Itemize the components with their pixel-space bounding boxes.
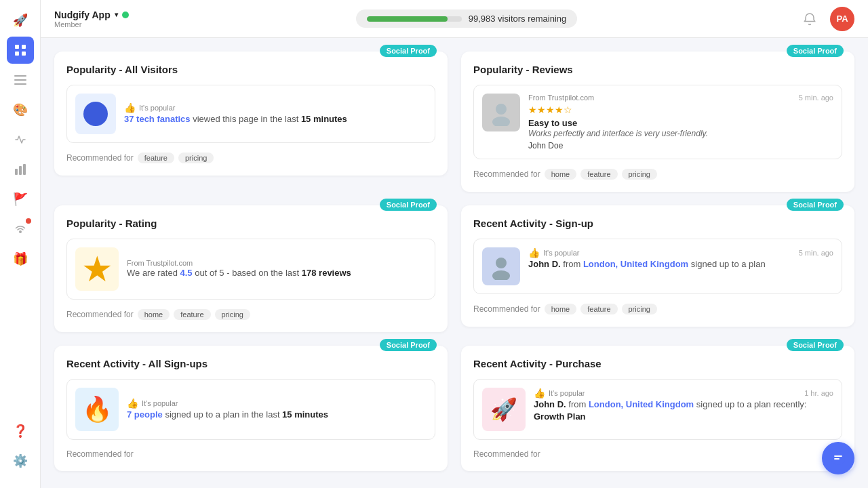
svg-rect-0 [15, 45, 19, 49]
sidebar-item-settings[interactable]: ⚙️ [7, 447, 34, 474]
thumb-up-icon-signup: 👍 [528, 247, 540, 258]
svg-rect-7 [15, 169, 18, 175]
signup-time-period: 15 minutes [282, 409, 328, 420]
blue-dot-icon [83, 102, 108, 126]
sidebar-item-chart[interactable] [7, 156, 34, 183]
rec-label-signup: Recommended for [473, 304, 540, 314]
progress-track [367, 16, 462, 22]
signup-person-avatar [482, 247, 520, 285]
recommended-row-reviews: Recommended for home feature pricing [473, 169, 842, 180]
purchase-notif-text: John D. from London, United Kingdom sign… [534, 399, 833, 423]
progress-fill [367, 16, 448, 22]
svg-rect-3 [22, 52, 26, 56]
visitor-count: 37 tech fanatics [124, 114, 191, 124]
app-name-row[interactable]: Nudgify App ▾ [54, 9, 136, 20]
sidebar-item-palette[interactable]: 🎨 [7, 96, 34, 123]
signup-text-plain: signed up to a plan in the last [165, 409, 282, 420]
tag-home-r: home [138, 309, 170, 320]
visitor-text-plain: viewed this page in the last [193, 114, 301, 124]
visitor-time: 15 minutes [301, 114, 347, 124]
big-star-icon: ★ [81, 251, 113, 287]
recommended-row-purchase: Recommended for [473, 449, 842, 459]
svg-rect-9 [23, 164, 26, 175]
chevron-down-icon: ▾ [115, 11, 118, 18]
tag-pricing-s: pricing [622, 304, 657, 314]
card-popularity-rating: Social Proof Popularity - Rating ★ From … [54, 205, 448, 332]
svg-rect-8 [19, 166, 22, 175]
sidebar: 🚀 🎨 🚩 🎁 [0, 0, 41, 488]
app-name-section: Nudgify App ▾ Member [54, 9, 136, 28]
sidebar-item-rocket[interactable]: 🚀 [7, 7, 34, 34]
rating-source: From Trustpilot.com [127, 259, 427, 267]
thumb-up-icon-all: 👍 [127, 398, 138, 409]
recommended-row-signup: Recommended for home feature pricing [473, 304, 842, 314]
topbar-right: PA [797, 7, 854, 31]
recommended-row-rating: Recommended for home feature pricing [66, 309, 435, 320]
review-content: From Trustpilot.com 5 min. ago ★★★★☆ Eas… [528, 94, 833, 150]
svg-rect-1 [22, 45, 26, 49]
member-label: Member [54, 20, 136, 28]
sidebar-item-list[interactable] [7, 66, 34, 94]
svg-point-13 [496, 258, 507, 268]
sidebar-item-help[interactable]: ❓ [7, 418, 34, 445]
card-popularity-all-visitors: Social Proof Popularity - All Visitors 👍… [54, 52, 448, 192]
recommended-row-all-signups: Recommended for [66, 449, 435, 459]
rec-label: Recommended for [66, 153, 134, 163]
user-avatar[interactable]: PA [830, 7, 854, 31]
purchase-time-ago: 1 hr. ago [804, 389, 833, 397]
trustpilot-label: From Trustpilot.com [528, 94, 594, 102]
main-area: Nudgify App ▾ Member 99,983 visitors rem… [41, 0, 868, 488]
online-indicator [122, 12, 129, 18]
card-title-all-signups: Recent Activity - All Sign-ups [66, 358, 435, 369]
popular-label-purchase: 👍 It's popular [534, 388, 585, 399]
social-proof-badge-signup: Social Proof [787, 199, 844, 211]
card-purchase: Social Proof Recent Activity - Purchase … [461, 346, 854, 471]
card-title-reviews: Popularity - Reviews [473, 64, 842, 75]
rec-label-reviews: Recommended for [473, 169, 540, 179]
visitor-bar: 99,983 visitors remaining [356, 9, 578, 28]
tag-feature-s: feature [580, 304, 617, 314]
signup-time-ago: 5 min. ago [799, 249, 833, 257]
visitor-notif-text: 37 tech fanatics viewed this page in the… [124, 113, 427, 125]
rating-reviews: 178 reviews [302, 268, 351, 278]
tag-feature: feature [580, 169, 617, 180]
signup-notif-text: John D. from London, United Kingdom sign… [528, 258, 833, 270]
purchase-from-label: from [568, 399, 589, 409]
signup-person-name: John D. [528, 259, 561, 269]
tag-pricing-r: pricing [215, 309, 250, 320]
thumb-up-icon: 👍 [124, 102, 136, 113]
signup-from-label: from [563, 259, 583, 269]
social-proof-badge-all-signups: Social Proof [380, 339, 437, 351]
sidebar-item-dashboard[interactable] [7, 37, 34, 64]
visitor-image [75, 94, 116, 134]
svg-point-12 [492, 117, 510, 126]
star-image: ★ [75, 247, 119, 291]
card-all-signups: Social Proof Recent Activity - All Sign-… [54, 346, 448, 471]
svg-point-11 [496, 104, 507, 115]
all-signups-preview: 🔥 👍 It's popular 7 people signed up to a… [66, 379, 435, 440]
notification-bell-button[interactable] [797, 7, 822, 31]
signup-action: signed up to a plan [691, 259, 766, 269]
chat-button[interactable] [822, 442, 854, 474]
review-author: John Doe [528, 141, 833, 150]
rec-label-all-signups: Recommended for [66, 449, 134, 459]
sidebar-item-flag[interactable]: 🚩 [7, 186, 34, 213]
tag-home: home [545, 169, 577, 180]
review-body: Works perfectly and interface is very us… [528, 128, 833, 140]
popular-label-signup: 👍 It's popular [528, 247, 579, 258]
content-area: Social Proof Popularity - All Visitors 👍… [41, 38, 868, 488]
rating-text-mid: out of 5 - based on the last [195, 268, 302, 278]
recommended-row: Recommended for feature pricing [66, 152, 435, 163]
tag-pricing: pricing [622, 169, 657, 180]
rating-text-pre: We are rated [127, 268, 180, 278]
rating-text: We are rated 4.5 out of 5 - based on the… [127, 267, 427, 279]
sidebar-item-signal[interactable] [7, 216, 34, 243]
card-title-signup: Recent Activity - Sign-up [473, 218, 842, 229]
sidebar-item-gift[interactable]: 🎁 [7, 245, 34, 272]
review-preview: From Trustpilot.com 5 min. ago ★★★★☆ Eas… [473, 85, 842, 159]
sidebar-item-activity[interactable] [7, 126, 34, 153]
tag-feature-r: feature [174, 309, 210, 320]
tag-pricing: pricing [178, 152, 214, 163]
card-popularity-reviews: Social Proof Popularity - Reviews Fr [461, 52, 854, 192]
signal-badge [26, 218, 31, 224]
